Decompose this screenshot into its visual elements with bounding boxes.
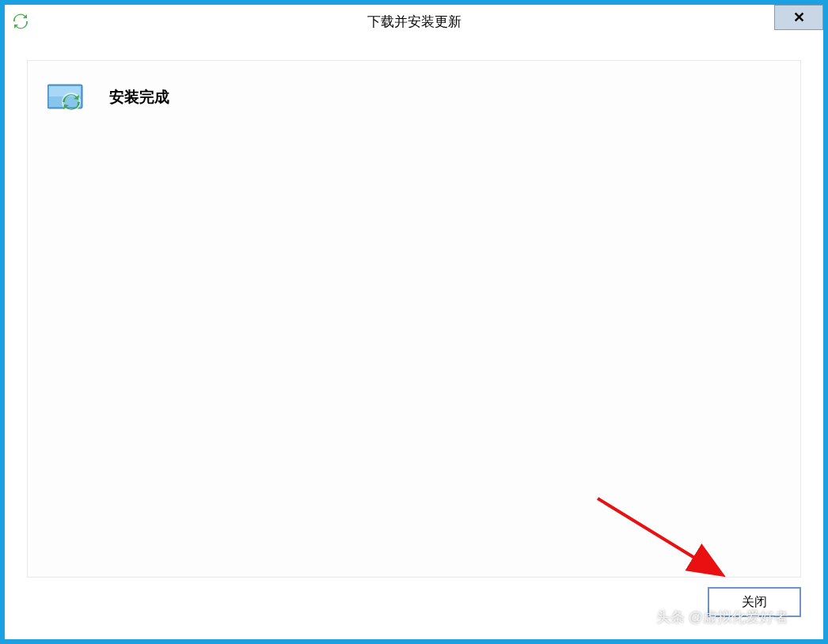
status-row: 安装完成 — [47, 83, 781, 112]
titlebar: 下载并安装更新 ✕ — [5, 5, 823, 38]
content-panel: 安装完成 — [27, 60, 801, 578]
close-icon: ✕ — [793, 9, 805, 26]
watermark-text: 头条 @虚拟化爱好者 — [656, 608, 788, 627]
windows-update-icon — [47, 83, 85, 112]
dialog-window: 下载并安装更新 ✕ 安装完成 — [5, 5, 823, 639]
window-title: 下载并安装更新 — [367, 13, 461, 31]
update-refresh-icon — [13, 13, 28, 29]
titlebar-close-button[interactable]: ✕ — [774, 5, 823, 30]
status-heading: 安装完成 — [109, 87, 169, 108]
content-area: 安装完成 关闭 — [5, 38, 823, 639]
